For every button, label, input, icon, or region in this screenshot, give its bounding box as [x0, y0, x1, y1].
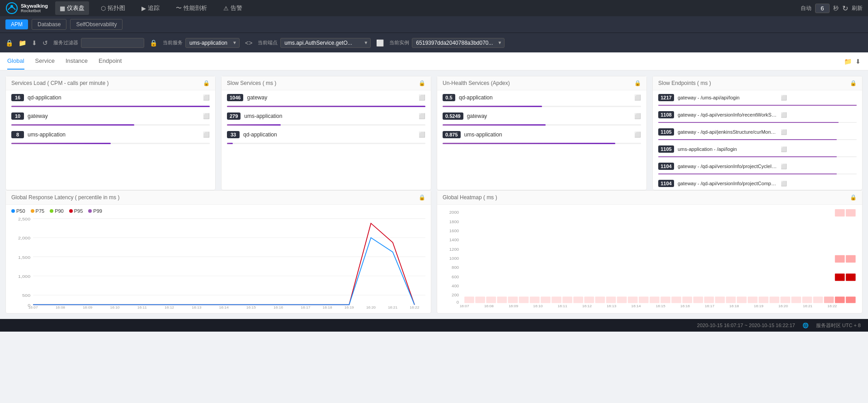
heatmap-chart-title: Global Heatmap ( ms ) — [443, 194, 497, 201]
service-badge-0: 16 — [11, 94, 24, 101]
nav-left: Skywalking Rocketbot ▦ 仪表盘 ⬡ 拓扑图 ▶ 追踪 〜 … — [5, 1, 247, 15]
current-endpoint-select[interactable]: ums.api.AuthService.getO... — [280, 38, 371, 48]
svg-rect-57 — [584, 296, 594, 303]
svg-rect-40 — [835, 209, 845, 216]
endpoint-copy-5[interactable]: ⬜ — [781, 181, 787, 187]
svg-rect-80 — [835, 296, 845, 303]
legend-label-p50: P50 — [16, 208, 25, 214]
latency-lock[interactable]: 🔒 — [419, 194, 425, 201]
slow-endpoints-body: 1217 gateway - /ums-api/api/login ⬜ 1108… — [653, 90, 862, 190]
database-tab[interactable]: Database — [32, 19, 66, 30]
heatmap-svg: 2000 1800 1600 1400 1200 1000 800 600 40… — [443, 208, 857, 309]
unhealth-fill-0 — [443, 106, 542, 107]
view-tabs-bar: Global Service Instance Endpoint 📁 ⬇ — [0, 52, 868, 70]
svg-rect-62 — [639, 296, 649, 303]
copy-icon-1[interactable]: ⬜ — [203, 113, 210, 119]
copy-icon-2[interactable]: ⬜ — [203, 131, 210, 138]
endpoint-copy-3[interactable]: ⬜ — [781, 146, 787, 152]
unhealth-copy-2[interactable]: ⬜ — [634, 131, 641, 138]
unhealth-services-body: 0.5 qd-application ⬜ 0.5249 gateway ⬜ 0.… — [437, 90, 646, 153]
dashboard-icon: ▦ — [60, 5, 65, 12]
lock-filter-icon[interactable]: 🔒 — [5, 39, 13, 47]
svg-text:600: 600 — [452, 275, 459, 279]
endpoint-copy-1[interactable]: ⬜ — [781, 112, 787, 118]
legend-p95: P95 — [69, 208, 83, 214]
slow-service-name-0: gateway — [247, 94, 415, 101]
svg-text:16:19: 16:19 — [754, 305, 764, 308]
unhealth-services-title: Un-Health Services (Apdex) — [443, 80, 510, 86]
svg-rect-78 — [813, 296, 823, 303]
svg-text:16:10: 16:10 — [533, 305, 543, 308]
unhealth-progress-1 — [443, 124, 641, 126]
svg-rect-67 — [693, 296, 703, 303]
instance-icon[interactable]: ⬜ — [376, 39, 384, 47]
logo-text: Skywalking Rocketbot — [21, 3, 48, 13]
tab-global[interactable]: Global — [7, 53, 24, 70]
slow-fill-2 — [227, 143, 233, 144]
refresh-icon[interactable]: ↻ — [842, 4, 848, 13]
lock-icon-2[interactable]: 🔒 — [150, 39, 157, 47]
legend-label-p90: P90 — [55, 208, 64, 214]
heatmap-lock[interactable]: 🔒 — [850, 194, 857, 201]
svg-rect-71 — [737, 296, 747, 303]
service-filter-input[interactable] — [81, 38, 144, 48]
slow-copy-2[interactable]: ⬜ — [419, 131, 425, 138]
nav-performance[interactable]: 〜 性能剖析 — [171, 1, 212, 15]
svg-rect-46 — [464, 296, 474, 303]
unhealth-lock[interactable]: 🔒 — [634, 80, 641, 86]
apm-tab[interactable]: APM — [5, 19, 28, 29]
slow-endpoints-title: Slow Endpoints ( ms ) — [658, 80, 711, 86]
slow-services-body: 1046 gateway ⬜ 279 ums-application ⬜ 33 … — [222, 90, 431, 153]
endpoint-copy-0[interactable]: ⬜ — [781, 95, 787, 101]
tab-endpoint[interactable]: Endpoint — [99, 53, 122, 70]
nav-alert-label: 告警 — [231, 4, 242, 12]
self-observability-tab[interactable]: SelfObservability — [70, 19, 123, 30]
service-name-0: qd-application — [28, 94, 199, 101]
nav-alert[interactable]: ⚠ 告警 — [219, 1, 247, 15]
slow-services-lock[interactable]: 🔒 — [419, 80, 425, 86]
code-icon[interactable]: <> — [245, 39, 252, 47]
nav-trace[interactable]: ▶ 追踪 — [137, 1, 164, 15]
svg-rect-72 — [748, 296, 758, 303]
svg-text:16:17: 16:17 — [705, 305, 714, 308]
svg-rect-77 — [802, 296, 812, 303]
legend-p50: P50 — [11, 208, 25, 214]
latency-chart-area: 2,500 2,000 1,500 1,000 500 0 16:07 16:0… — [6, 214, 431, 313]
ep-progress-4 — [658, 173, 857, 174]
service-row-0: 16 qd-application ⬜ — [11, 94, 210, 101]
endpoint-item-4: 1104 gateway - /qd-api/versionInfo/proje… — [658, 163, 857, 174]
unhealth-copy-1[interactable]: ⬜ — [634, 113, 641, 119]
copy-icon-0[interactable]: ⬜ — [203, 94, 210, 101]
folder-icon[interactable]: 📁 — [19, 39, 26, 47]
download-icon[interactable]: ⬇ — [32, 39, 37, 47]
svg-rect-48 — [486, 296, 496, 303]
timezone-icon: 🌐 — [802, 323, 809, 328]
tab-instance[interactable]: Instance — [66, 53, 88, 70]
slow-copy-0[interactable]: ⬜ — [419, 94, 425, 101]
nav-dashboard[interactable]: ▦ 仪表盘 — [55, 1, 89, 15]
current-service-select[interactable]: ums-application — [185, 38, 240, 48]
unhealth-row-2: 0.875 ums-application ⬜ — [443, 131, 641, 138]
nav-topology[interactable]: ⬡ 拓扑图 — [96, 1, 130, 15]
endpoints-lock[interactable]: 🔒 — [850, 80, 857, 86]
endpoint-copy-4[interactable]: ⬜ — [781, 164, 787, 169]
progress-bar-1 — [11, 124, 210, 126]
slow-copy-1[interactable]: ⬜ — [419, 113, 425, 119]
unhealth-copy-0[interactable]: ⬜ — [634, 94, 641, 101]
endpoint-copy-2[interactable]: ⬜ — [781, 129, 787, 135]
svg-rect-75 — [780, 296, 790, 303]
latency-chart-title: Global Response Latency ( percentile in … — [11, 194, 119, 201]
unhealth-row-0: 0.5 qd-application ⬜ — [443, 94, 641, 101]
folder-tab-icon[interactable]: 📁 — [844, 58, 852, 65]
refresh-button-label[interactable]: 刷新 — [852, 5, 863, 12]
reload-icon[interactable]: ↺ — [42, 39, 48, 47]
refresh-interval-input[interactable] — [815, 4, 830, 13]
svg-rect-76 — [791, 296, 801, 303]
services-load-lock[interactable]: 🔒 — [203, 80, 210, 86]
svg-rect-43 — [846, 255, 856, 262]
current-instance-select[interactable]: 6519397dda2040788a3bd070... — [412, 38, 505, 48]
endpoint-item-3: 1105 ums-application - /api/login ⬜ — [658, 145, 857, 157]
unhealth-badge-2: 0.875 — [443, 131, 461, 138]
tab-service[interactable]: Service — [35, 53, 55, 70]
download-tab-icon[interactable]: ⬇ — [855, 58, 861, 65]
